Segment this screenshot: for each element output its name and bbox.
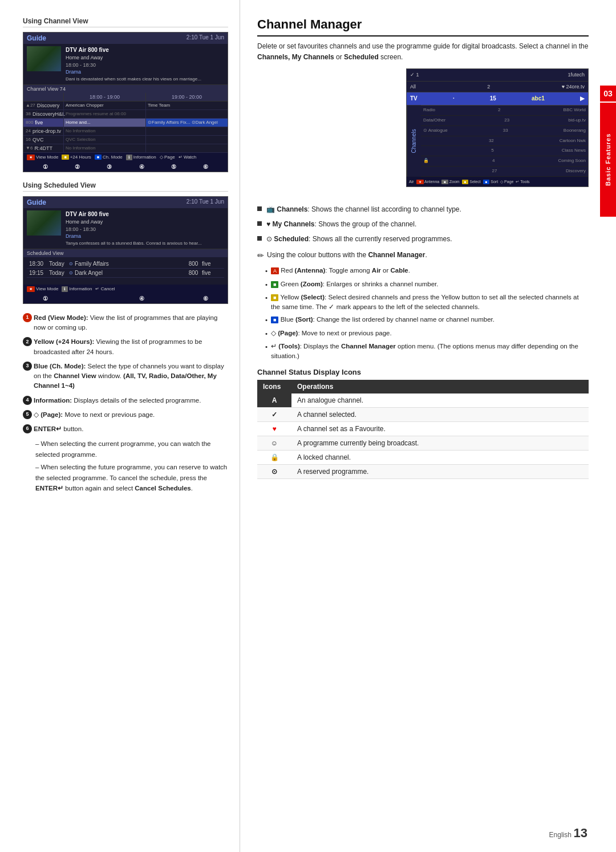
bullet-num-3: 3 [23,362,32,371]
csd-icon: ✓ [257,408,291,422]
table-row: 16QVC QVC Selection [23,136,228,144]
prog-genre-2: Drama [66,233,201,240]
guide-footer: ★ View Mode ■ +24 Hours ■ Ch. Mode ℹ Inf… [23,153,228,162]
guide-time-slot-1: 18:00 - 19:00 [63,93,145,101]
bullet-num-2: 2 [23,337,32,346]
guide-slots: No Information [63,127,228,135]
btn-yellow-sub: ■ [271,294,278,301]
cm-channel-row: 27 Discovery [421,167,588,177]
guide-slots: Home and... ⊙Family Affairs Fix... ⊙Dark… [63,119,228,127]
cm-screen: ✓ 1 1futech All 2 ♥ 24ore.tv TV · 15 abc… [406,68,589,187]
cm-ch-name: Coming Soon [558,157,586,165]
table-row: 800five Home and... ⊙Family Affairs Fix.… [23,119,228,127]
cm-footer-antenna: ★ Antenna [416,178,440,185]
bullet-text-4: Information: Displays details of the sel… [34,396,201,405]
guide-slot: Programmes resume at 06:00 [63,110,145,118]
footer-item: ℹ Information [62,286,92,292]
cm-channel-row: Data/Other 23 bid-up.tv [421,116,588,126]
sched-name: five [202,270,222,276]
table-row: 24price-drop.tv No Information [23,127,228,136]
csd-icon: A [257,393,291,408]
prog-genre: Drama [66,68,201,76]
sched-day: Today [49,261,69,267]
btn-zoom: ■ [441,180,448,184]
bullet-6: 6 ENTER↵ button. [23,424,228,434]
side-tab: Basic Features [600,103,616,217]
using-channel-view-title: Using Channel View [23,17,228,27]
sched-time: 18:30 [29,261,49,267]
bullet-1: 1 Red (View Mode): View the list of prog… [23,313,228,333]
btn-red-sub: A [271,267,279,274]
sub-bullet-page: • ◇ (Page): Move to next or previous pag… [265,328,589,339]
pencil-icon: ✏ [257,251,264,260]
guide-time-2: 2:10 Tue 1 Jun [187,198,224,206]
bullet-text-2: Yellow (+24 Hours): Viewing the list of … [34,337,228,357]
cm-tv-channel: abc1 [532,94,545,103]
btn-white: ℹ [126,155,132,160]
cm-ch-name: Cartoon Nwk [560,137,586,145]
table-row: ♥ A channel set as a Favourite. [257,422,589,436]
btn-select-cm: ■ [462,180,469,184]
guide-preview-2: DTV Air 800 five Home and Away 18:00 - 1… [23,208,228,249]
table-row: ▼6R:4DTT No Information [23,144,228,153]
pencil-note-text: Using the colour buttons with the Channe… [267,251,427,259]
callout-s4: ④ [139,295,144,302]
bullet-text-1: Red (View Mode): View the list of progra… [34,313,228,333]
guide-time-header: 18:00 - 19:00 19:00 - 20:00 [23,93,228,102]
csd-operation: A locked channel. [291,451,589,465]
cm-ch-num: 33 [503,127,508,135]
footer-item: ■ +24 Hours [62,155,91,160]
footer-item: ↵ Cancel [95,286,115,292]
guide-slot: No Information [63,127,145,135]
prog-desc: Dani is devastated when scott makes clea… [66,76,201,82]
callout-row-2: ① ② ③ ④ ⑤ ⑥ [23,294,228,303]
cm-col-header: Radio 2 BBC World [421,106,588,116]
enter-sub-bullets: – When selecting the current programme, … [35,439,228,493]
cm-ch-num: 32 [489,137,494,145]
square-bullet [257,206,262,211]
cm-all-num: 2 [487,83,490,91]
csd-icon: ⊙ [257,465,291,479]
cm-intro: Delete or set favourites channels and us… [257,41,589,196]
sub-bullet-tools-text: ↵ (Tools): Displays the Channel Manager … [271,342,589,362]
cm-bullet-scheduled: ⊙ Scheduled: Shows all the currently res… [257,234,589,244]
guide-slot: No Information [63,144,145,152]
left-bullet-items: 1 Red (View Mode): View the list of prog… [23,313,228,493]
footer-item: ★ View Mode [27,155,58,160]
guide-channel-view-label: Channel View 74 [23,85,228,93]
sched-name: five [202,261,222,267]
cm-bullet-text-mychannels: ♥ My Channels: Shows the group of the ch… [266,219,416,229]
cm-header-channel: 1futech [568,71,585,79]
guide-info-2: DTV Air 800 five Home and Away 18:00 - 1… [66,210,201,246]
bullet-2: 2 Yellow (+24 Hours): Viewing the list o… [23,337,228,357]
guide-slot [145,110,228,118]
guide-ch-selected: 800five [23,119,63,127]
guide-slot: QVC Selection [63,136,145,144]
sub-bullet-yellow-text: ■ Yellow (Select): Select desired channe… [271,293,589,313]
cm-intro-text: Delete or set favourites channels and us… [257,41,589,63]
bullet-num-4: 4 [23,396,32,405]
guide-slots: American Chopper Time Team [63,102,228,109]
csd-operation: A channel set as a Favourite. [291,422,589,436]
guide-time: 2:10 Tue 1 Jun [187,34,224,42]
btn-red-2: ★ [27,286,35,292]
guide-screen-scheduled: Guide 2:10 Tue 1 Jun DTV Air 800 five Ho… [23,196,228,304]
prog-subtitle: Home and Away [66,54,201,62]
guide-preview: DTV Air 800 five Home and Away 18:00 - 1… [23,44,228,85]
csd-operation: A channel selected. [291,408,589,422]
guide-ch: 16QVC [23,136,63,144]
sub-bullet-red: • A Red (Antenna): Toggle among Air or C… [265,266,589,276]
callout-5: ⑤ [171,164,176,170]
cm-tv-label: TV [410,94,418,103]
btn-yellow: ■ [62,155,68,160]
guide-title-2: Guide [27,198,46,206]
guide-time-slot-2: 19:00 - 20:00 [145,93,228,101]
table-row: ⊙ A reserved programme. [257,465,589,479]
callout-row: ① ② ③ ④ ⑤ ⑥ [23,162,228,172]
guide-footer-2: ★ View Mode ℹ Information ↵ Cancel [23,285,228,294]
callout-s1: ① [43,295,48,302]
cm-ch-icon: ⊙ Analogue [423,127,448,135]
cm-sub-bullets: • A Red (Antenna): Toggle among Air or C… [265,266,589,361]
table-row: A An analogue channel. [257,393,589,408]
page-number: 13 [574,826,587,840]
